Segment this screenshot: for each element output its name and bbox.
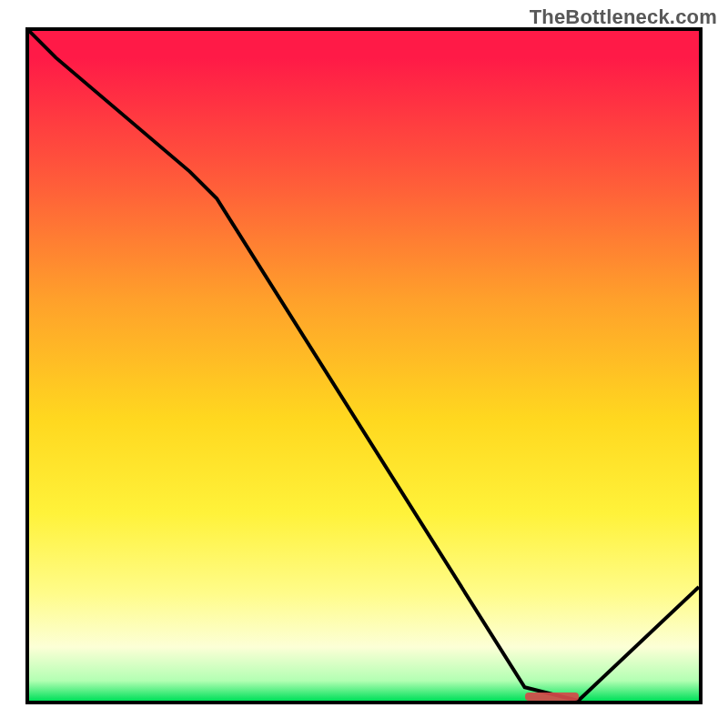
chart-plot-area bbox=[25, 27, 703, 704]
bottleneck-curve-line bbox=[29, 31, 699, 701]
attribution-text: TheBottleneck.com bbox=[530, 5, 717, 29]
chart-curve-svg bbox=[29, 31, 699, 701]
optimal-range-marker bbox=[525, 693, 579, 701]
